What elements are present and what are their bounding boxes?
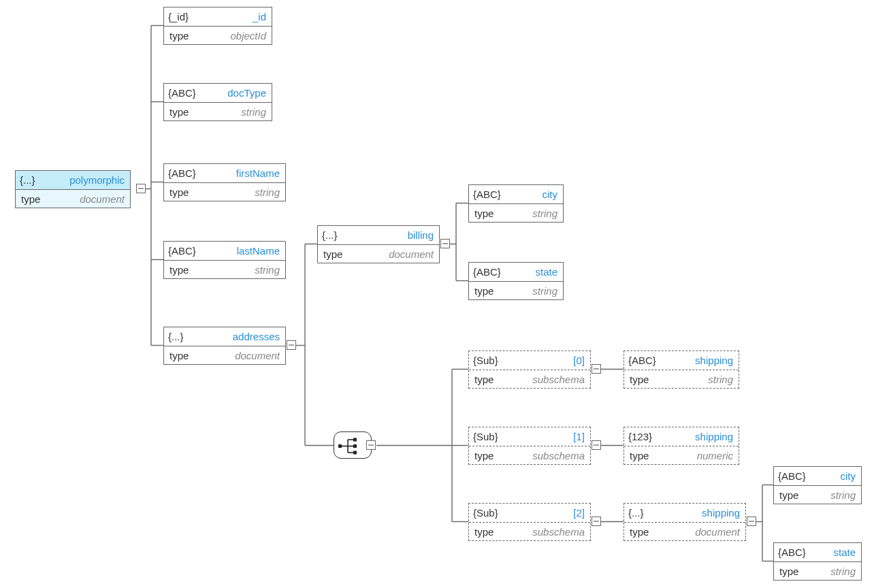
node-state[interactable]: {ABC}state typestring xyxy=(468,262,564,300)
node-name: city xyxy=(810,470,861,482)
collapse-toggle[interactable] xyxy=(747,517,756,526)
node-shipping-0[interactable]: {ABC}shipping typestring xyxy=(624,350,739,389)
type-key: type xyxy=(469,285,499,297)
node-name: lastName xyxy=(200,245,285,257)
type-val: subschema xyxy=(499,526,590,538)
node-name: docType xyxy=(200,87,272,99)
type-key: type xyxy=(469,450,499,461)
type-val: string xyxy=(194,186,285,198)
type-key: type xyxy=(16,193,46,205)
type-val: string xyxy=(804,489,861,501)
node-shipping-2[interactable]: {...}shipping typedocument xyxy=(624,503,746,541)
node-polymorphic[interactable]: {...}polymorphic typedocument xyxy=(15,170,131,208)
node-id[interactable]: {_id}_id typeobjectId xyxy=(163,7,272,45)
node-docType[interactable]: {ABC}docType typestring xyxy=(163,83,272,121)
connector-lines xyxy=(0,0,874,588)
collapse-toggle[interactable] xyxy=(592,364,601,374)
node-tag: {ABC} xyxy=(774,546,810,558)
node-lastName[interactable]: {ABC}lastName typestring xyxy=(163,241,286,279)
type-key: type xyxy=(624,450,654,461)
type-key: type xyxy=(774,489,804,501)
diagram-canvas: { "labels": { "typeKey": "type" }, "node… xyxy=(0,0,874,588)
node-name: firstName xyxy=(200,167,285,179)
node-billing[interactable]: {...}billing typedocument xyxy=(317,225,440,263)
node-tag: {ABC} xyxy=(164,245,200,257)
svg-rect-35 xyxy=(353,451,357,455)
collapse-toggle[interactable] xyxy=(592,440,601,450)
type-key: type xyxy=(774,566,804,577)
type-val: objectId xyxy=(194,30,272,42)
node-name: shipping xyxy=(656,431,739,442)
type-val: document xyxy=(46,193,130,205)
node-sub-1[interactable]: {Sub}[1] typesubschema xyxy=(468,427,591,465)
node-name: addresses xyxy=(188,331,285,342)
node-tag: {ABC} xyxy=(469,266,505,278)
node-sub-0[interactable]: {Sub}[0] typesubschema xyxy=(468,350,591,389)
node-name: city xyxy=(505,189,563,200)
node-tag: {123} xyxy=(624,431,656,442)
type-val: subschema xyxy=(499,450,590,461)
node-tag: {ABC} xyxy=(774,470,810,482)
node-city-2[interactable]: {ABC}city typestring xyxy=(773,466,862,504)
type-val: string xyxy=(194,106,272,118)
collapse-toggle[interactable] xyxy=(440,239,450,248)
branch-icon xyxy=(338,437,357,455)
node-name: shipping xyxy=(660,355,739,366)
node-city[interactable]: {ABC}city typestring xyxy=(468,184,564,223)
node-tag: {Sub} xyxy=(469,355,502,366)
node-name: [0] xyxy=(502,355,590,366)
collapse-toggle[interactable] xyxy=(592,517,601,526)
node-tag: {...} xyxy=(624,507,648,519)
node-name: [2] xyxy=(502,507,590,519)
node-name: billing xyxy=(342,229,439,241)
node-tag: {ABC} xyxy=(624,355,660,366)
collapse-toggle[interactable] xyxy=(366,440,376,450)
type-key: type xyxy=(469,208,499,219)
node-tag: {ABC} xyxy=(469,189,505,200)
collapse-toggle[interactable] xyxy=(287,340,296,350)
node-name: state xyxy=(810,546,861,558)
node-name: polymorphic xyxy=(39,174,130,186)
choice-node[interactable] xyxy=(334,431,372,459)
node-name: [1] xyxy=(502,431,590,442)
node-tag: {Sub} xyxy=(469,431,502,442)
type-key: type xyxy=(164,30,194,42)
collapse-toggle[interactable] xyxy=(136,184,146,193)
svg-rect-34 xyxy=(353,444,357,448)
node-firstName[interactable]: {ABC}firstName typestring xyxy=(163,163,286,201)
node-tag: {Sub} xyxy=(469,507,502,519)
node-tag: {ABC} xyxy=(164,87,200,99)
type-val: string xyxy=(804,566,861,577)
type-key: type xyxy=(164,350,194,361)
type-val: string xyxy=(499,208,563,219)
type-key: type xyxy=(164,264,194,276)
type-key: type xyxy=(469,374,499,385)
type-key: type xyxy=(624,374,654,385)
type-val: document xyxy=(654,526,745,538)
type-val: document xyxy=(348,248,439,260)
node-tag: {_id} xyxy=(164,11,193,22)
svg-rect-27 xyxy=(338,444,342,448)
type-val: subschema xyxy=(499,374,590,385)
node-name: state xyxy=(505,266,563,278)
node-shipping-1[interactable]: {123}shipping typenumeric xyxy=(624,427,739,465)
type-val: numeric xyxy=(654,450,739,461)
node-addresses[interactable]: {...}addresses typedocument xyxy=(163,327,286,365)
node-tag: {ABC} xyxy=(164,167,200,179)
node-state-2[interactable]: {ABC}state typestring xyxy=(773,542,862,581)
type-val: string xyxy=(194,264,285,276)
type-val: string xyxy=(499,285,563,297)
node-sub-2[interactable]: {Sub}[2] typesubschema xyxy=(468,503,591,541)
type-key: type xyxy=(164,106,194,118)
node-tag: {...} xyxy=(164,331,188,342)
node-name: shipping xyxy=(648,507,745,519)
type-key: type xyxy=(469,526,499,538)
svg-rect-33 xyxy=(353,438,357,442)
node-name: _id xyxy=(193,11,272,22)
node-tag: {...} xyxy=(318,229,342,241)
type-key: type xyxy=(624,526,654,538)
type-val: string xyxy=(654,374,739,385)
type-key: type xyxy=(318,248,348,260)
type-val: document xyxy=(194,350,285,361)
node-tag: {...} xyxy=(16,174,39,186)
